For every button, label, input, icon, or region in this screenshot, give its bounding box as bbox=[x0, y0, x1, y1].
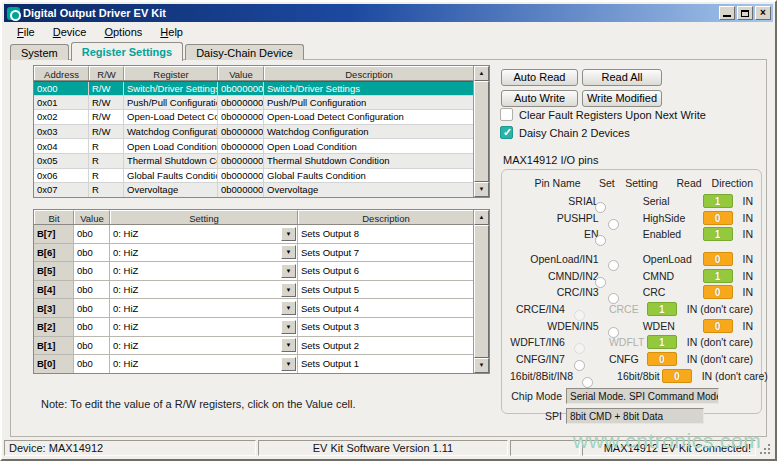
tab-register-settings[interactable]: Register Settings bbox=[71, 42, 183, 61]
menu-options[interactable]: Options bbox=[95, 24, 151, 40]
value-cell[interactable]: 0b00000000 bbox=[218, 183, 264, 197]
value-cell[interactable]: 0b00000000 bbox=[218, 169, 264, 183]
pin-read-indicator: 0 bbox=[647, 352, 677, 366]
register-table-row[interactable]: 0x06 R Global Faults Condition 0b0000000… bbox=[34, 169, 473, 184]
window-title: Digital Output Driver EV Kit bbox=[23, 7, 717, 19]
register-table-scrollbar[interactable]: ▲ ▼ bbox=[473, 66, 489, 197]
menu-file[interactable]: File bbox=[8, 24, 44, 40]
register-table-row[interactable]: 0x03 R/W Watchdog Configuration 0b000000… bbox=[34, 125, 473, 140]
value-cell[interactable]: 0b00000000 bbox=[218, 96, 264, 110]
bit-table-row[interactable]: B[1] 0b0 0: HiZ ▼ Sets Output 2 bbox=[34, 337, 473, 356]
pin-name: OpenLoad/IN1 bbox=[510, 253, 607, 265]
bit-table-row[interactable]: B[0] 0b0 0: HiZ ▼ Sets Output 1 bbox=[34, 355, 473, 373]
setting-dropdown[interactable]: 0: HiZ ▼ bbox=[113, 225, 296, 243]
setting-dropdown[interactable]: 0: HiZ ▼ bbox=[113, 337, 296, 355]
io-pins-panel: Pin Name Set Setting Read Direction SRIA… bbox=[501, 169, 762, 414]
read-all-button[interactable]: Read All bbox=[582, 69, 662, 86]
value-cell[interactable]: 0b00000000 bbox=[218, 125, 264, 139]
setting-dropdown[interactable]: 0: HiZ ▼ bbox=[113, 281, 296, 299]
close-icon: × bbox=[760, 8, 766, 18]
clear-fault-label: Clear Fault Registers Upon Next Write bbox=[519, 109, 706, 121]
chevron-down-icon[interactable]: ▼ bbox=[281, 283, 296, 297]
chevron-down-icon[interactable]: ▼ bbox=[281, 301, 296, 315]
register-table-row[interactable]: 0x01 R/W Push/Pull Configuration 0b00000… bbox=[34, 96, 473, 111]
clear-fault-checkbox-row[interactable]: Clear Fault Registers Upon Next Write bbox=[500, 108, 706, 121]
chevron-down-icon[interactable]: ▼ bbox=[281, 320, 296, 334]
pin-setting-label: Enabled bbox=[637, 228, 701, 240]
chevron-down-icon[interactable]: ▼ bbox=[281, 338, 296, 352]
minimize-icon bbox=[723, 15, 731, 17]
scroll-down-icon[interactable]: ▼ bbox=[474, 182, 489, 197]
chevron-down-icon[interactable]: ▼ bbox=[281, 357, 296, 371]
pin-direction: IN bbox=[733, 195, 754, 207]
register-table-row[interactable]: 0x00 R/W Switch/Driver Settings 0b000000… bbox=[34, 81, 473, 96]
register-table-row[interactable]: 0x05 R Thermal Shutdown Con... 0b0000000… bbox=[34, 154, 473, 169]
bit-table-row[interactable]: B[7] 0b0 0: HiZ ▼ Sets Output 8 bbox=[34, 225, 473, 244]
menu-device[interactable]: Device bbox=[44, 24, 96, 40]
setting-dropdown[interactable]: 0: HiZ ▼ bbox=[113, 318, 296, 336]
io-pins-title: MAX14912 I/O pins bbox=[503, 154, 598, 166]
pin-row: WDEN/IN5 WDEN 0 IN bbox=[510, 318, 753, 334]
scroll-up-icon[interactable]: ▲ bbox=[474, 66, 489, 81]
header-pin-name: Pin Name bbox=[510, 177, 595, 189]
auto-write-button[interactable]: Auto Write bbox=[501, 90, 578, 107]
pin-setting-label: Serial bbox=[637, 195, 701, 207]
scrollbar-thumb[interactable] bbox=[474, 225, 489, 358]
setting-dropdown[interactable]: 0: HiZ ▼ bbox=[113, 299, 296, 317]
value-cell[interactable]: 0b00000000 bbox=[218, 110, 264, 124]
bit-table-row[interactable]: B[2] 0b0 0: HiZ ▼ Sets Output 3 bbox=[34, 318, 473, 337]
menu-help[interactable]: Help bbox=[151, 24, 192, 40]
setting-dropdown[interactable]: 0: HiZ ▼ bbox=[113, 355, 296, 373]
clear-fault-checkbox[interactable] bbox=[500, 108, 513, 121]
toggle-knob bbox=[574, 360, 585, 371]
scroll-down-icon[interactable]: ▼ bbox=[474, 358, 489, 373]
register-table-row[interactable]: 0x02 R/W Open-Load Detect Confi... 0b000… bbox=[34, 110, 473, 125]
pin-name: CNFG/IN7 bbox=[510, 353, 573, 365]
pin-name: PUSHPL bbox=[510, 212, 607, 224]
value-cell[interactable]: 0b00000000 bbox=[218, 139, 264, 153]
bit-table-row[interactable]: B[6] 0b0 0: HiZ ▼ Sets Output 7 bbox=[34, 244, 473, 263]
pin-read-indicator: 0 bbox=[703, 319, 733, 333]
setting-dropdown[interactable]: 0: HiZ ▼ bbox=[113, 262, 296, 280]
setting-dropdown[interactable]: 0: HiZ ▼ bbox=[113, 244, 296, 262]
pin-direction: IN bbox=[733, 253, 754, 265]
daisy-chain-checkbox[interactable] bbox=[500, 126, 513, 139]
daisy-chain-checkbox-row[interactable]: Daisy Chain 2 Devices bbox=[500, 126, 630, 139]
tab-daisy-chain-device[interactable]: Daisy-Chain Device bbox=[185, 44, 304, 60]
register-table-row[interactable]: 0x07 R Overvoltage 0b00000000 Overvoltag… bbox=[34, 183, 473, 197]
toggle-knob bbox=[595, 235, 606, 246]
resize-grip[interactable] bbox=[759, 443, 771, 455]
io-pins-header: Pin Name Set Setting Read Direction bbox=[510, 177, 753, 189]
status-version: EV Kit Software Version 1.11 bbox=[258, 440, 508, 456]
bit-table-row[interactable]: B[4] 0b0 0: HiZ ▼ Sets Output 5 bbox=[34, 281, 473, 300]
register-table-row[interactable]: 0x04 R Open Load Condition 0b00000000 Op… bbox=[34, 139, 473, 154]
bit-table-row[interactable]: B[3] 0b0 0: HiZ ▼ Sets Output 4 bbox=[34, 299, 473, 318]
toggle-knob bbox=[574, 310, 585, 321]
write-modified-button[interactable]: Write Modified bbox=[582, 90, 662, 107]
toggle-knob bbox=[608, 293, 619, 304]
pin-direction: IN bbox=[733, 228, 754, 240]
bit-table-row[interactable]: B[5] 0b0 0: HiZ ▼ Sets Output 6 bbox=[34, 262, 473, 281]
app-icon bbox=[7, 7, 20, 20]
toggle-knob bbox=[608, 327, 619, 338]
scroll-up-icon[interactable]: ▲ bbox=[474, 210, 489, 225]
value-cell[interactable]: 0b00000000 bbox=[218, 154, 264, 168]
scrollbar-thumb[interactable] bbox=[474, 81, 489, 182]
value-cell[interactable]: 0b00000000 bbox=[218, 82, 264, 95]
tab-system[interactable]: System bbox=[10, 44, 69, 60]
chevron-down-icon[interactable]: ▼ bbox=[281, 245, 296, 259]
pin-setting-label: CRC bbox=[637, 286, 701, 298]
register-table-header: Address R/W Register Value Description bbox=[34, 66, 473, 81]
col-register: Register bbox=[124, 66, 218, 80]
spi-label: SPI bbox=[510, 410, 566, 422]
pin-read-indicator: 0 bbox=[703, 252, 733, 266]
auto-read-button[interactable]: Auto Read bbox=[501, 69, 578, 86]
chevron-down-icon[interactable]: ▼ bbox=[281, 264, 296, 278]
maximize-button[interactable] bbox=[737, 6, 753, 20]
bit-table-scrollbar[interactable]: ▲ ▼ bbox=[473, 210, 489, 373]
chevron-down-icon[interactable]: ▼ bbox=[281, 227, 296, 241]
pin-name: 16bit/8Bit/IN8 bbox=[510, 370, 581, 382]
minimize-button[interactable] bbox=[719, 6, 735, 20]
toggle-knob bbox=[608, 260, 619, 271]
close-button[interactable]: × bbox=[755, 6, 771, 20]
